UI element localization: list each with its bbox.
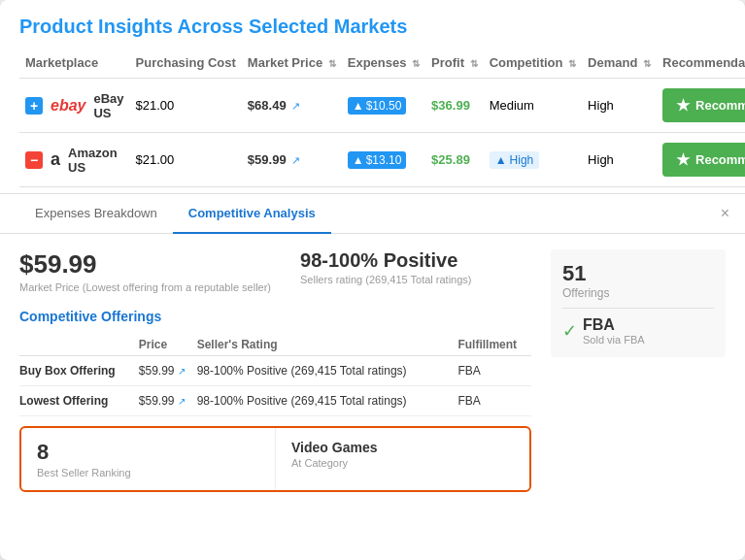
offerings-count: 51	[562, 261, 714, 286]
tab-content: $59.99 Market Price (Lowest offering fro…	[0, 234, 745, 508]
col-header-recommendation: Recommendation ⇅	[657, 48, 745, 79]
sort-icon-expenses: ⇅	[412, 58, 420, 69]
offering-label-buybox: Buy Box Offering	[19, 356, 139, 386]
offerings-col-label	[19, 334, 139, 356]
col-header-profit: Profit ⇅	[425, 48, 484, 79]
page-title: Product Insights Across Selected Markets	[0, 0, 745, 48]
divider	[562, 308, 714, 309]
expand-button-ebay[interactable]: +	[25, 97, 43, 115]
market-price-ebay: $68.49 ↗	[242, 79, 342, 133]
tab-competitive-analysis[interactable]: Competitive Analysis	[173, 194, 331, 234]
recommended-button-amazon: ★ Recommended	[662, 143, 745, 177]
sort-icon-competition: ⇅	[568, 58, 576, 69]
offering-rating-lowest: 98-100% Positive (269,415 Total ratings)	[197, 386, 458, 416]
offering-rating-buybox: 98-100% Positive (269,415 Total ratings)	[197, 356, 458, 386]
sort-icon-demand: ⇅	[643, 58, 651, 69]
offering-row-buybox: Buy Box Offering $59.99 ↗ 98-100% Positi…	[19, 356, 531, 386]
purchasing-cost-amazon: $21.00	[130, 133, 242, 187]
marketplace-cell-amazon: − a Amazon US	[19, 133, 130, 187]
ext-icon-buybox: ↗	[178, 366, 186, 377]
amazon-logo: a	[51, 149, 60, 170]
expenses-badge-ebay: ▲ $10.50	[348, 97, 407, 115]
expenses-amazon: ▲ $13.10	[342, 133, 425, 187]
tabs-section: Expenses Breakdown Competitive Analysis …	[0, 193, 745, 508]
col-header-demand: Demand ⇅	[582, 48, 657, 79]
purchasing-cost-ebay: $21.00	[130, 79, 242, 133]
amazon-name: Amazon US	[68, 146, 124, 175]
offerings-table: Price Seller's Rating Fulfillment Buy Bo…	[19, 334, 531, 416]
bsr-number: 8	[37, 440, 259, 465]
expenses-ebay: ▲ $10.50	[342, 79, 425, 133]
fba-row: ✓ FBA Sold via FBA	[562, 316, 714, 346]
expenses-badge-amazon: ▲ $13.10	[348, 151, 407, 169]
fba-label: FBA	[583, 316, 645, 334]
sort-icon-profit: ⇅	[470, 58, 478, 69]
tab-expenses-breakdown[interactable]: Expenses Breakdown	[19, 194, 173, 234]
col-header-marketplace: Marketplace	[19, 48, 130, 79]
offering-fulfillment-buybox: FBA	[457, 356, 531, 386]
ext-icon-lowest: ↗	[178, 396, 186, 407]
recommendation-ebay: ★ Recommended	[657, 79, 745, 133]
table-row: − a Amazon US $21.00 $59.99 ↗ ▲ $13.10	[19, 133, 745, 187]
col-header-expenses: Expenses ⇅	[342, 48, 425, 79]
expand-button-amazon[interactable]: −	[25, 151, 43, 169]
competition-ebay: Medium	[484, 79, 582, 133]
competition-amazon: ▲ High	[484, 133, 582, 187]
top-metrics: $59.99 Market Price (Lowest offering fro…	[19, 249, 531, 293]
external-link-icon-ebay: ↗	[291, 100, 300, 112]
external-link-icon-amazon: ↗	[291, 154, 300, 166]
sellers-rating-block: 98-100% Positive Sellers rating (269,415…	[300, 249, 472, 293]
demand-amazon: High	[582, 133, 657, 187]
sellers-rating-value: 98-100% Positive	[300, 249, 472, 272]
offerings-col-rating: Seller's Rating	[197, 334, 458, 356]
right-panel: 51 Offerings ✓ FBA Sold via FBA	[551, 249, 726, 492]
sort-icon-market-price: ⇅	[328, 58, 336, 69]
col-header-purchasing-cost: Purchasing Cost	[130, 48, 242, 79]
bsr-category-label: At Category	[291, 457, 514, 469]
star-icon-ebay: ★	[676, 96, 690, 115]
content-left: $59.99 Market Price (Lowest offering fro…	[19, 249, 531, 492]
offerings-col-fulfillment: Fulfillment	[457, 334, 531, 356]
competition-arrow-icon: ▲	[495, 153, 507, 167]
offerings-count-card: 51 Offerings ✓ FBA Sold via FBA	[551, 249, 726, 357]
close-button[interactable]: ×	[721, 205, 729, 222]
profit-amazon: $25.89	[425, 133, 484, 187]
ebay-name: eBay US	[93, 91, 123, 120]
bsr-box: 8 Best Seller Ranking Video Games At Cat…	[19, 426, 531, 492]
bsr-category: Video Games	[291, 440, 514, 455]
checkmark-icon: ✓	[562, 320, 577, 342]
marketplace-table-section: Marketplace Purchasing Cost Market Price…	[0, 48, 745, 187]
market-price-value: $59.99	[19, 249, 271, 280]
table-row: + ebay eBay US $21.00 $68.49 ↗ ▲ $10.50	[19, 79, 745, 133]
bsr-label: Best Seller Ranking	[37, 467, 259, 478]
offering-price-lowest: $59.99 ↗	[139, 386, 197, 416]
sellers-rating-sub: Sellers rating (269,415 Total ratings)	[300, 274, 472, 285]
offering-label-lowest: Lowest Offering	[19, 386, 139, 416]
ebay-logo: ebay	[51, 97, 85, 115]
fba-sub: Sold via FBA	[583, 334, 645, 346]
offerings-label: Offerings	[562, 286, 714, 300]
offering-price-buybox: $59.99 ↗	[139, 356, 197, 386]
marketplace-table: Marketplace Purchasing Cost Market Price…	[19, 48, 745, 187]
tabs-bar: Expenses Breakdown Competitive Analysis …	[0, 194, 745, 234]
recommended-button-ebay: ★ Recommended	[662, 88, 745, 122]
offering-row-lowest: Lowest Offering $59.99 ↗ 98-100% Positiv…	[19, 386, 531, 416]
bsr-right: Video Games At Category	[276, 428, 529, 490]
offering-fulfillment-lowest: FBA	[457, 386, 531, 416]
profit-ebay: $36.99	[425, 79, 484, 133]
competitive-offerings-title: Competitive Offerings	[19, 309, 531, 324]
col-header-competition: Competition ⇅	[484, 48, 582, 79]
expense-arrow-icon-amazon: ▲	[353, 153, 364, 167]
expense-arrow-icon-ebay: ▲	[353, 99, 364, 113]
star-icon-amazon: ★	[676, 150, 690, 169]
recommendation-amazon: ★ Recommended	[657, 133, 745, 187]
demand-ebay: High	[582, 79, 657, 133]
bsr-left: 8 Best Seller Ranking	[21, 428, 276, 490]
market-price-amazon: $59.99 ↗	[242, 133, 342, 187]
marketplace-cell-ebay: + ebay eBay US	[19, 79, 130, 133]
market-price-sub: Market Price (Lowest offering from a rep…	[19, 281, 271, 293]
col-header-market-price: Market Price ⇅	[242, 48, 342, 79]
offerings-col-price: Price	[139, 334, 197, 356]
market-price-block: $59.99 Market Price (Lowest offering fro…	[19, 249, 271, 293]
